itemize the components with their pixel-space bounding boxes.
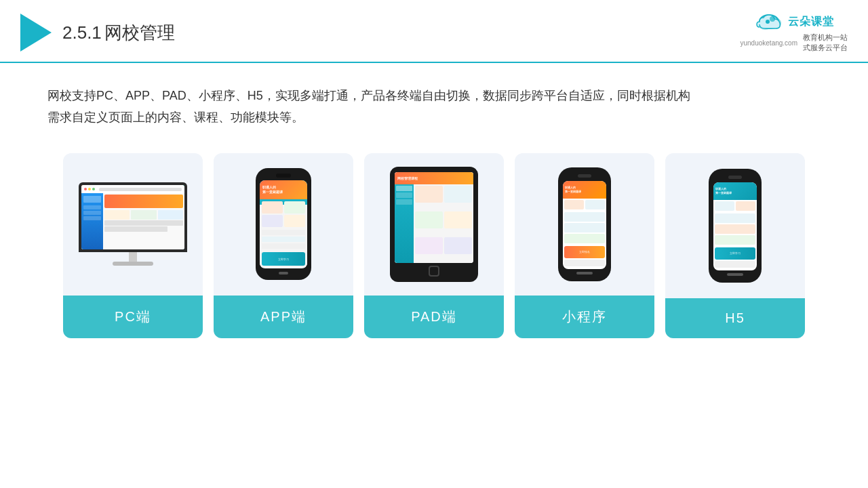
card-miniprogram-label: 小程序 bbox=[515, 296, 654, 338]
svg-point-3 bbox=[766, 20, 770, 24]
mini-phone-notch bbox=[578, 174, 591, 178]
mini-phone-frame-mp: 职通人的第一堂刷题课 立 bbox=[558, 167, 611, 281]
tablet-screen: 网校管理课程 bbox=[395, 172, 473, 263]
card-pc-label: PC端 bbox=[63, 296, 203, 338]
card-pc: PC端 bbox=[63, 153, 203, 338]
brand-url: yunduoketang.com bbox=[740, 39, 797, 47]
page-header: 2.5.1网校管理 云朵课堂 yunduoketang.com 教育机构一站 式… bbox=[0, 0, 868, 63]
mini-phone-screen-mp: 职通人的第一堂刷题课 立 bbox=[563, 181, 606, 269]
phone-frame-app: 职通人的第一堂刷题课 bbox=[256, 168, 311, 280]
logo-triangle-icon bbox=[20, 14, 52, 52]
h5-mockup: 职通人的第一堂刷题课 立 bbox=[709, 169, 762, 283]
mini-phone-frame-h5: 职通人的第一堂刷题课 立 bbox=[709, 169, 762, 283]
phone-notch bbox=[276, 174, 291, 178]
monitor-neck bbox=[129, 252, 137, 262]
description-paragraph: 网校支持PC、APP、PAD、小程序、H5，实现多端打通，产品各终端自由切换，数… bbox=[47, 85, 698, 129]
brand-slogan: 教育机构一站 式服务云平台 bbox=[803, 33, 848, 54]
brand-icon-area: 云朵课堂 bbox=[754, 12, 834, 31]
monitor-base bbox=[113, 262, 153, 266]
brand-name: 云朵课堂 bbox=[788, 15, 834, 29]
cloud-icon bbox=[754, 12, 784, 31]
section-number: 2.5.1 bbox=[62, 22, 102, 43]
card-app: 职通人的第一堂刷题课 bbox=[214, 153, 353, 338]
cards-section: PC端 职通人的第一堂刷题课 bbox=[0, 140, 868, 352]
phone-mockup-app: 职通人的第一堂刷题课 bbox=[256, 168, 311, 280]
section-title: 网校管理 bbox=[104, 22, 175, 43]
card-pad-image: 网校管理课程 bbox=[364, 153, 504, 296]
brand-logo: 云朵课堂 yunduoketang.com 教育机构一站 式服务云平台 bbox=[740, 12, 848, 54]
card-h5-image: 职通人的第一堂刷题课 立 bbox=[665, 153, 805, 298]
page-title: 2.5.1网校管理 bbox=[62, 21, 175, 45]
monitor-frame bbox=[79, 182, 187, 252]
svg-point-4 bbox=[770, 16, 775, 22]
card-app-image: 职通人的第一堂刷题课 bbox=[214, 153, 353, 296]
tablet-home-btn bbox=[429, 266, 439, 277]
mini-phone-notch-h5 bbox=[728, 176, 742, 179]
card-app-label: APP端 bbox=[214, 296, 353, 338]
card-miniprogram: 职通人的第一堂刷题课 立 bbox=[515, 153, 654, 338]
phone-screen-app: 职通人的第一堂刷题课 bbox=[260, 180, 307, 268]
phone-home-btn bbox=[279, 272, 288, 274]
card-pad-label: PAD端 bbox=[364, 296, 504, 338]
mini-phone-home-bar-mp bbox=[576, 272, 593, 274]
monitor-mockup bbox=[79, 182, 187, 266]
mini-phone-screen-h5: 职通人的第一堂刷题课 立 bbox=[713, 182, 757, 270]
card-h5: 职通人的第一堂刷题课 立 bbox=[665, 153, 805, 338]
description-text: 网校支持PC、APP、PAD、小程序、H5，实现多端打通，产品各终端自由切换，数… bbox=[0, 63, 746, 140]
header-left: 2.5.1网校管理 bbox=[20, 14, 175, 52]
tablet-frame: 网校管理课程 bbox=[390, 167, 478, 282]
tablet-mockup: 网校管理课程 bbox=[390, 167, 478, 282]
miniprogram-mockup: 职通人的第一堂刷题课 立 bbox=[558, 167, 611, 281]
card-pad: 网校管理课程 bbox=[364, 153, 504, 338]
mini-phone-home-bar-h5 bbox=[727, 273, 743, 276]
card-h5-label: H5 bbox=[665, 298, 805, 338]
card-pc-image bbox=[63, 153, 203, 296]
card-miniprogram-image: 职通人的第一堂刷题课 立 bbox=[515, 153, 654, 296]
monitor-screen bbox=[81, 185, 184, 249]
